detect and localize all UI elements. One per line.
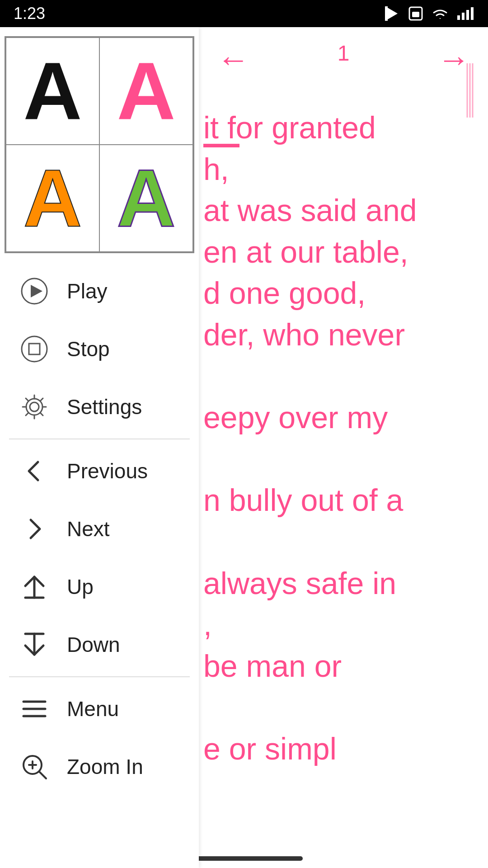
previous-label: Previous bbox=[67, 459, 148, 483]
svg-rect-6 bbox=[466, 10, 469, 20]
zoom-in-label: Zoom In bbox=[67, 755, 143, 779]
content-line-6: der, who never bbox=[203, 316, 479, 354]
arrow-up-icon bbox=[18, 571, 51, 603]
status-icons bbox=[384, 5, 474, 22]
menu-item-previous[interactable]: Previous bbox=[0, 442, 199, 500]
menu-item-play[interactable]: Play bbox=[0, 262, 199, 320]
font-cell-green-purple[interactable]: A bbox=[99, 145, 193, 252]
content-line-1: it for granted bbox=[203, 109, 479, 146]
content-line-3: at was said and bbox=[203, 192, 479, 229]
svg-point-13 bbox=[26, 399, 42, 415]
main-layout: A A A A Play bbox=[0, 27, 488, 868]
left-panel: A A A A Play bbox=[0, 27, 199, 868]
font-cell-orange[interactable]: A bbox=[6, 145, 99, 252]
menu-item-up[interactable]: Up bbox=[0, 558, 199, 616]
svg-rect-7 bbox=[471, 7, 474, 20]
menu-item-settings[interactable]: Settings bbox=[0, 378, 199, 436]
play-label: Play bbox=[67, 279, 107, 303]
page-number: 1 bbox=[338, 41, 350, 66]
svg-marker-0 bbox=[387, 7, 398, 20]
svg-rect-1 bbox=[385, 6, 388, 21]
content-line-5: d one good, bbox=[203, 275, 479, 312]
content-line-14: be man or bbox=[203, 648, 479, 685]
top-nav: ← 1 → bbox=[199, 27, 488, 82]
right-panel: ← 1 → — it for granted h, at was said an… bbox=[199, 27, 488, 868]
content-text: it for granted h, at was said and en at … bbox=[199, 82, 488, 781]
font-cell-pink[interactable]: A bbox=[99, 38, 193, 145]
content-line-15 bbox=[203, 689, 479, 726]
status-time: 1:23 bbox=[14, 4, 45, 23]
play-store-icon bbox=[384, 5, 400, 22]
menu-item-menu[interactable]: Menu bbox=[0, 680, 199, 738]
font-letter-orange: A bbox=[23, 158, 82, 239]
menu-item-stop[interactable]: Stop bbox=[0, 320, 199, 378]
content-line-8: eepy over my bbox=[203, 399, 479, 436]
down-label: Down bbox=[67, 632, 120, 657]
next-label: Next bbox=[67, 517, 110, 541]
zoom-in-icon bbox=[18, 750, 51, 783]
content-line-16: e or simpl bbox=[203, 731, 479, 768]
settings-label: Settings bbox=[67, 395, 142, 419]
home-indicator bbox=[185, 856, 303, 861]
settings-icon bbox=[18, 391, 51, 423]
back-arrow[interactable]: ← bbox=[217, 41, 249, 78]
content-line-11 bbox=[203, 524, 479, 561]
sim-icon bbox=[408, 5, 424, 22]
svg-rect-4 bbox=[457, 15, 460, 20]
font-grid: A A A A bbox=[5, 36, 194, 253]
signal-icon bbox=[456, 5, 474, 22]
content-line-7 bbox=[203, 358, 479, 395]
arrow-left-icon bbox=[18, 455, 51, 487]
menu-icon bbox=[18, 693, 51, 725]
svg-point-10 bbox=[22, 336, 47, 362]
status-bar: 1:23 bbox=[0, 0, 488, 27]
svg-point-12 bbox=[30, 402, 39, 411]
menu-item-next[interactable]: Next bbox=[0, 500, 199, 558]
stop-label: Stop bbox=[67, 337, 110, 361]
left-edge-indicator: — bbox=[203, 122, 239, 164]
menu-label: Menu bbox=[67, 697, 119, 721]
arrow-down-icon bbox=[18, 628, 51, 661]
arrow-right-icon bbox=[18, 513, 51, 545]
font-letter-pink: A bbox=[117, 51, 176, 132]
svg-rect-3 bbox=[412, 12, 419, 17]
svg-marker-9 bbox=[31, 285, 42, 297]
content-line-2: h, bbox=[203, 151, 479, 188]
menu-section: Play Stop bbox=[0, 258, 199, 868]
menu-item-down[interactable]: Down bbox=[0, 616, 199, 674]
font-letter-green-purple: A bbox=[117, 158, 176, 239]
up-label: Up bbox=[67, 575, 94, 599]
content-line-12: always safe in bbox=[203, 565, 479, 602]
font-cell-black[interactable]: A bbox=[6, 38, 99, 145]
svg-line-24 bbox=[39, 772, 46, 778]
content-line-10: n bully out of a bbox=[203, 482, 479, 519]
content-line-4: en at our table, bbox=[203, 234, 479, 271]
content-line-13: , bbox=[203, 606, 479, 643]
divider-2 bbox=[9, 676, 190, 677]
svg-rect-11 bbox=[29, 344, 40, 354]
svg-rect-5 bbox=[462, 13, 465, 20]
wifi-icon bbox=[431, 5, 449, 22]
font-letter-black: A bbox=[23, 51, 82, 132]
stop-icon bbox=[18, 333, 51, 365]
divider-1 bbox=[9, 439, 190, 439]
content-line-9 bbox=[203, 441, 479, 478]
menu-item-zoom-in[interactable]: Zoom In bbox=[0, 738, 199, 796]
play-icon bbox=[18, 275, 51, 307]
vertical-dots bbox=[460, 63, 479, 118]
